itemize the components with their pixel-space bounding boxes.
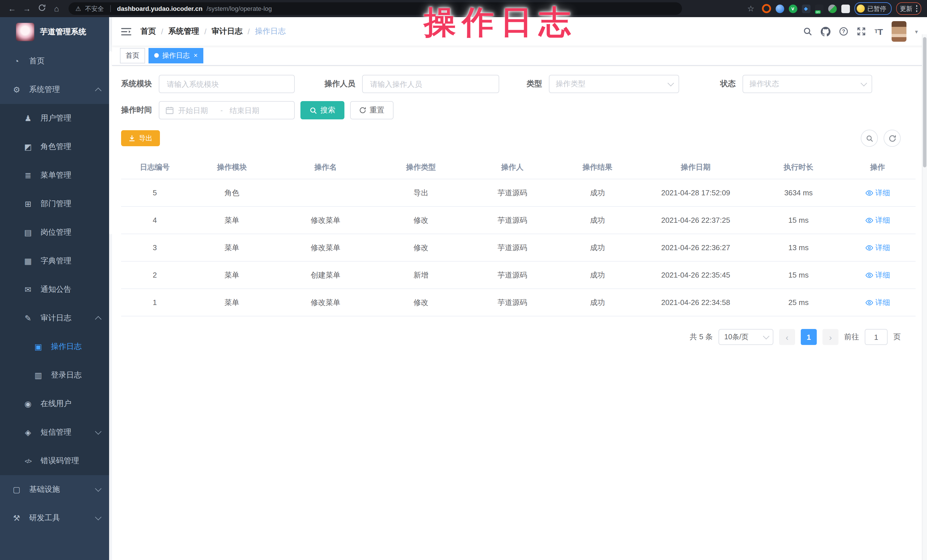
goto-page-input[interactable] [865, 329, 887, 345]
sidebar-item-infrastructure[interactable]: ▢ 基础设施 [0, 475, 112, 504]
bookmark-star-icon[interactable]: ☆ [745, 0, 757, 17]
home-icon[interactable]: ⌂ [50, 0, 63, 17]
sidebar-item-sms[interactable]: ◈ 短信管理 [0, 418, 112, 447]
extension-icon[interactable] [761, 4, 771, 13]
detail-link[interactable]: 详细 [865, 270, 890, 280]
sidebar-item-roles[interactable]: ◩ 角色管理 [0, 132, 112, 161]
breadcrumb-separator: / [205, 27, 207, 36]
sidebar-item-menus[interactable]: ≣ 菜单管理 [0, 161, 112, 190]
extension-icon[interactable] [828, 4, 836, 13]
search-button[interactable]: 搜索 [301, 101, 344, 119]
detail-link-label: 详细 [875, 188, 890, 198]
cell-date: 2021-04-26 22:34:58 [636, 298, 755, 307]
sidebar-item-audit-log[interactable]: ✎ 审计日志 [0, 304, 112, 332]
page-size-value: 10条/页 [724, 332, 749, 342]
badge-icon: ▤ [23, 228, 33, 237]
sidebar-collapse-icon[interactable] [121, 27, 131, 36]
user-avatar[interactable] [892, 21, 906, 42]
breadcrumb-item[interactable]: 首页 [140, 26, 156, 36]
forward-icon[interactable]: → [21, 0, 33, 17]
table-row: 4 菜单 修改菜单 修改 芋道源码 成功 2021-04-26 22:37:25… [121, 207, 916, 234]
sidebar-item-online-users[interactable]: ◉ 在线用户 [0, 390, 112, 418]
fullscreen-icon[interactable] [857, 27, 866, 36]
sidebar-item-users[interactable]: ♟ 用户管理 [0, 104, 112, 132]
breadcrumb-item[interactable]: 审计日志 [211, 26, 242, 36]
end-date-input[interactable] [228, 105, 266, 115]
cell-result: 成功 [559, 188, 636, 198]
toolbar-mini-buttons [861, 130, 901, 147]
toggle-search-icon[interactable] [861, 130, 878, 147]
cell-type: 修改 [376, 297, 466, 308]
cell-log-id: 5 [121, 188, 188, 197]
refresh-icon[interactable] [884, 130, 901, 147]
close-icon[interactable]: × [194, 52, 198, 59]
sidebar-item-home[interactable]: ◔ 首页 [0, 47, 112, 75]
next-page-button[interactable]: › [822, 329, 839, 345]
sidebar-item-dictionary[interactable]: ▦ 字典管理 [0, 247, 112, 275]
module-label: 系统模块 [121, 79, 152, 89]
cell-name: 创建菜单 [275, 270, 376, 280]
page-size-select[interactable]: 10条/页 [719, 329, 774, 345]
profile-paused-pill[interactable]: 已暂停 [854, 2, 891, 15]
sidebar-scrollbar-thumb[interactable] [109, 52, 112, 234]
extension-icon[interactable]: v [789, 4, 797, 13]
sidebar-item-posts[interactable]: ▤ 岗位管理 [0, 218, 112, 247]
detail-link[interactable]: 详细 [865, 243, 890, 253]
search-icon[interactable] [803, 27, 813, 36]
detail-link[interactable]: 详细 [865, 297, 890, 308]
sidebar-item-system[interactable]: ⚙ 系统管理 [0, 75, 112, 104]
export-button[interactable]: 导出 [121, 130, 160, 146]
date-range-picker[interactable]: - [159, 101, 295, 119]
sidebar-item-departments[interactable]: ⊞ 部门管理 [0, 190, 112, 218]
status-select[interactable]: 操作状态 [743, 75, 872, 93]
cell-result: 成功 [559, 270, 636, 280]
org-tree-icon: ⊞ [23, 199, 33, 208]
module-input[interactable] [166, 79, 288, 89]
help-icon[interactable]: ? [839, 27, 848, 36]
eye-icon [865, 300, 873, 305]
table-toolbar: 导出 [121, 130, 916, 147]
column-header: 操作结果 [559, 162, 636, 173]
extension-icon[interactable] [775, 4, 784, 13]
app-logo[interactable]: 芋道管理系统 [0, 17, 112, 47]
back-icon[interactable]: ← [6, 0, 18, 17]
sidebar-item-login-log[interactable]: ▥ 登录日志 [0, 361, 112, 390]
avatar-caret-down-icon[interactable]: ▾ [915, 28, 918, 35]
cell-result: 成功 [559, 297, 636, 308]
tag-operate-log[interactable]: 操作日志 × [149, 48, 203, 63]
sidebar-item-operate-log[interactable]: ▣ 操作日志 [0, 332, 112, 361]
detail-link[interactable]: 详细 [865, 215, 890, 225]
pagination-total: 共 5 条 [690, 332, 713, 342]
page-scrollbar-thumb[interactable] [923, 37, 926, 167]
current-page-button[interactable]: 1 [801, 329, 817, 345]
extension-icon[interactable] [815, 4, 823, 13]
sidebar-item-error-codes[interactable]: </> 错误码管理 [0, 447, 112, 475]
sidebar-item-notices[interactable]: ✉ 通知公告 [0, 275, 112, 304]
type-select[interactable]: 操作类型 [549, 75, 679, 93]
start-date-input[interactable] [177, 105, 215, 115]
sidebar-item-dev-tools[interactable]: ⚒ 研发工具 [0, 504, 112, 532]
reload-icon[interactable] [35, 0, 48, 17]
page-scrollbar[interactable] [922, 34, 927, 560]
tag-home[interactable]: 首页 [120, 48, 145, 63]
browser-menu-kebab-icon[interactable] [916, 5, 917, 12]
sidebar-item-label: 操作日志 [51, 341, 82, 352]
reset-button[interactable]: 重置 [350, 101, 394, 119]
cell-operator: 芋道源码 [466, 215, 559, 225]
address-bar[interactable]: ⚠ 不安全 dashboard.yudao.iocoder.cn/system/… [68, 2, 682, 15]
detail-link[interactable]: 详细 [865, 188, 890, 198]
browser-update-button[interactable]: 更新 [896, 2, 921, 15]
breadcrumb-item[interactable]: 系统管理 [169, 26, 199, 36]
cell-module: 菜单 [188, 243, 275, 253]
sidebar-item-label: 部门管理 [41, 199, 71, 209]
cell-name: 修改菜单 [275, 297, 376, 308]
operator-input[interactable] [369, 79, 492, 89]
extensions-puzzle-icon[interactable] [841, 4, 849, 13]
extension-icon[interactable]: ◆ [802, 4, 810, 13]
cell-log-id: 2 [121, 271, 188, 279]
breadcrumb-separator: / [161, 27, 163, 36]
cell-module: 菜单 [188, 215, 275, 225]
font-size-icon[interactable]: TT [875, 27, 883, 36]
github-icon[interactable] [821, 27, 831, 36]
prev-page-button[interactable]: ‹ [779, 329, 795, 345]
